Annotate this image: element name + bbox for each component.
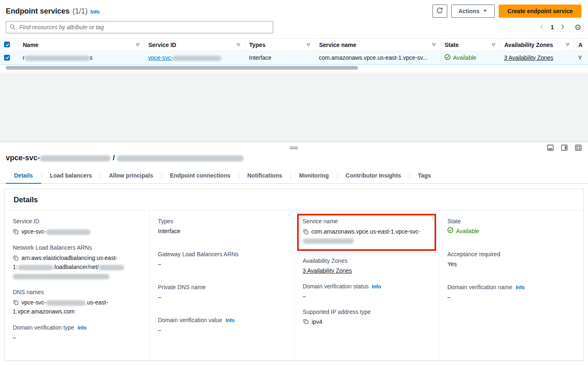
- column-header-name: Name: [19, 39, 144, 51]
- info-link[interactable]: Info: [372, 284, 381, 290]
- refresh-icon: [436, 7, 443, 15]
- copy-icon[interactable]: [13, 255, 19, 261]
- toolbar-row: 1 ⚙: [0, 20, 588, 38]
- cell-service-id: vpce-svc-: [144, 51, 245, 65]
- acceptance-required-field: Acceptance required Yes: [447, 251, 575, 268]
- gateway-load-balancers-arns-field: Gateway Load Balancers ARNs –: [158, 251, 286, 268]
- redacted-text: [303, 239, 354, 244]
- redacted-text: [99, 265, 124, 270]
- row-select-cell: [0, 51, 19, 65]
- tab-endpoint-connections[interactable]: Endpoint connections: [162, 169, 239, 183]
- info-link[interactable]: Info: [516, 285, 525, 290]
- panel-drag-handle-icon[interactable]: [290, 146, 298, 150]
- pagination: 1 ⚙: [538, 23, 581, 32]
- cell-name: rs: [19, 51, 144, 65]
- actions-button[interactable]: Actions: [451, 5, 495, 18]
- column-header-types: Types: [245, 39, 315, 51]
- redacted-text: [25, 56, 90, 61]
- tab-tags[interactable]: Tags: [410, 169, 439, 183]
- panel-side-layout-icon[interactable]: [561, 144, 568, 151]
- settings-gear-icon[interactable]: ⚙: [574, 23, 581, 31]
- availability-zones-field: Availability Zones 3 Availability Zones: [303, 257, 431, 275]
- check-circle-icon: [447, 227, 453, 235]
- copy-icon[interactable]: [13, 229, 19, 235]
- page-title: Endpoint services: [6, 7, 70, 16]
- availability-zones-link[interactable]: 3 Availability Zones: [303, 267, 352, 275]
- empty-background-area: [0, 73, 588, 142]
- table-header-row: Name Service ID Types: [0, 39, 588, 51]
- redacted-text: [46, 229, 91, 235]
- tab-contributor-insights[interactable]: Contributor Insights: [337, 169, 409, 183]
- column-header-acceptance-clipped: A: [574, 39, 588, 51]
- resource-count: (1/1): [72, 7, 88, 16]
- domain-verification-type-field: Domain verification type Info –: [13, 324, 141, 342]
- redacted-text: [40, 155, 111, 161]
- chevron-left-icon: [539, 24, 545, 31]
- filter-icon[interactable]: [135, 42, 140, 47]
- details-column-4: State Available Acceptance required: [439, 211, 583, 360]
- current-page-number[interactable]: 1: [549, 24, 555, 30]
- details-column-3: Service name com.amazonaws.vpce.us-east-…: [294, 211, 439, 360]
- panel-layout-controls: [547, 144, 582, 151]
- horizontal-scrollbar-thumb[interactable]: [6, 66, 358, 70]
- filter-icon[interactable]: [565, 42, 570, 47]
- details-column-2: Types Interface Gateway Load Balancers A…: [149, 211, 294, 360]
- detail-split-panel: vpce-svc- / Details Load balancers Allow…: [0, 142, 588, 365]
- search-box: [6, 21, 273, 33]
- table-row[interactable]: rs vpce-svc- Interface com.amazonaws.vpc…: [0, 51, 588, 65]
- supported-ip-address-type-field: Supported IP address type ipv4: [303, 309, 431, 326]
- types-field: Types Interface: [158, 218, 286, 235]
- tab-monitoring[interactable]: Monitoring: [291, 169, 337, 183]
- tab-notifications[interactable]: Notifications: [239, 169, 291, 183]
- service-name-field-highlighted: Service name com.amazonaws.vpce.us-east-…: [297, 214, 437, 251]
- refresh-button[interactable]: [432, 5, 447, 18]
- header-info-link[interactable]: Info: [91, 9, 100, 15]
- redacted-text: [18, 265, 53, 270]
- private-dns-name-field: Private DNS name –: [158, 284, 286, 301]
- column-header-service-id: Service ID: [144, 39, 245, 51]
- redacted-text: [13, 274, 109, 279]
- copy-icon[interactable]: [303, 229, 309, 235]
- tab-allow-principals[interactable]: Allow principals: [101, 169, 161, 183]
- cell-service-name: com.amazonaws.vpce.us-east-1.vpce-sv...: [315, 51, 440, 65]
- select-all-checkbox[interactable]: [4, 42, 10, 47]
- tab-load-balancers[interactable]: Load balancers: [42, 169, 100, 183]
- horizontal-scrollbar: [3, 66, 585, 70]
- details-card: Details Service ID vpce-svc- Network Loa…: [4, 189, 584, 361]
- panel-maximize-layout-icon[interactable]: [575, 144, 582, 151]
- tab-details[interactable]: Details: [6, 169, 41, 184]
- redacted-text: [117, 155, 244, 161]
- panel-title: vpce-svc- /: [0, 142, 588, 162]
- availability-zones-link[interactable]: 3 Availability Zones: [504, 54, 553, 61]
- filter-icon[interactable]: [236, 42, 241, 47]
- domain-verification-value-field: Domain verification value Info –: [158, 317, 286, 334]
- copy-icon[interactable]: [303, 318, 309, 325]
- cell-state: Available: [440, 51, 500, 65]
- check-circle-icon: [444, 54, 451, 61]
- create-endpoint-service-button[interactable]: Create endpoint service: [499, 5, 581, 18]
- copy-icon[interactable]: [13, 299, 19, 306]
- details-card-heading: Details: [5, 189, 583, 211]
- state-field: State Available: [447, 218, 575, 235]
- details-column-1: Service ID vpce-svc- Network Load Balanc…: [5, 211, 149, 360]
- previous-page-button[interactable]: [538, 23, 546, 32]
- info-link[interactable]: Info: [77, 325, 86, 331]
- info-link[interactable]: Info: [225, 318, 235, 323]
- service-id-link[interactable]: vpce-svc-: [148, 54, 221, 61]
- redacted-text: [173, 56, 221, 61]
- chevron-right-icon: [560, 24, 565, 31]
- dns-names-field: DNS names vpce-svc-.us-east- 1.vpce.amaz…: [13, 289, 141, 316]
- search-input[interactable]: [6, 21, 273, 33]
- next-page-button[interactable]: [559, 23, 566, 32]
- header-actions: Actions Create endpoint service: [432, 5, 581, 18]
- search-icon: [9, 24, 16, 31]
- panel-bottom-layout-icon[interactable]: [547, 144, 554, 151]
- filter-icon[interactable]: [306, 42, 311, 47]
- redacted-text: [46, 300, 86, 306]
- title-group: Endpoint services (1/1) Info: [6, 7, 100, 16]
- actions-button-label: Actions: [458, 8, 479, 14]
- filter-icon[interactable]: [491, 42, 496, 47]
- cell-availability-zones: 3 Availability Zones: [500, 51, 574, 65]
- filter-icon[interactable]: [432, 42, 436, 47]
- row-checkbox[interactable]: [4, 55, 10, 61]
